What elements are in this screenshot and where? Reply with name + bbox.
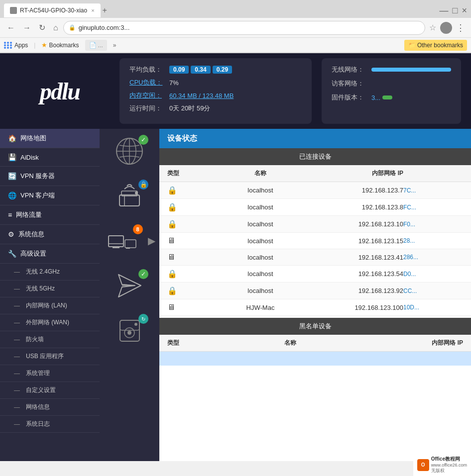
device-type-icon: 🔒: [167, 269, 197, 279]
table-row[interactable]: 🖥 localhost 192.168.123.41 286...: [159, 249, 471, 266]
sidebar-sub-firewall[interactable]: — 防火墙: [0, 331, 100, 348]
other-bookmarks-label: Other bookmarks: [417, 42, 463, 49]
firmware-bar: [382, 95, 392, 99]
sidebar-sub-syslog-label: 系统日志: [26, 420, 50, 428]
sidebar-sub-wireless-24[interactable]: — 无线 2.4GHz: [0, 264, 100, 281]
table-header: 类型 名称 内部网络 IP: [159, 165, 471, 182]
sidebar-item-advanced-label: 高级设置: [20, 249, 46, 258]
sidebar-item-advanced[interactable]: 🔧 高级设置: [0, 244, 100, 264]
traffic-icon: ≡: [8, 211, 12, 219]
device-ip: 192.168.123.54: [324, 270, 403, 278]
device-type-icon: 🔒: [167, 219, 197, 229]
sidebar-item-vpn-client[interactable]: 🌐 VPN 客户端: [0, 186, 100, 205]
bookmarks-folder[interactable]: ★ Bookmarks: [41, 41, 79, 49]
profile-icon[interactable]: [440, 22, 452, 34]
sidebar-sub-netinfo-label: 网络信息: [26, 403, 50, 411]
sidebar-item-aidisk[interactable]: 💾 AiDisk: [0, 148, 100, 167]
apps-grid-icon: [4, 42, 12, 49]
device-ip: 192.168.123.8: [324, 203, 403, 211]
active-tab[interactable]: RT-AC54U-GPIO-30-xiao ×: [4, 3, 101, 17]
vpn-server-icon: 🔄: [8, 172, 16, 180]
sidebar-sub-usb[interactable]: — USB 应用程序: [0, 348, 100, 365]
table-row[interactable]: 🔒 localhost 192.168.123.7 7C...: [159, 182, 471, 199]
apps-button[interactable]: Apps: [4, 42, 28, 49]
sidebar-item-network-map-label: 网络地图: [20, 134, 46, 143]
reload-button[interactable]: ↻: [36, 22, 48, 33]
sidebar-item-traffic[interactable]: ≡ 网络流量: [0, 205, 100, 225]
device-mac: 286...: [403, 254, 463, 261]
sidebar-item-vpn-server[interactable]: 🔄 VPN 服务器: [0, 167, 100, 186]
sidebar-item-vpn-client-label: VPN 客户端: [20, 191, 55, 200]
sidebar-item-aidisk-label: AiDisk: [20, 154, 39, 161]
table-row[interactable]: 🖥 HJW-Mac 192.168.123.100 10D...: [159, 299, 471, 316]
table-row[interactable]: 🖥 localhost 192.168.123.15 28...: [159, 233, 471, 249]
table-row[interactable]: 🔒 localhost 192.168.123.10 F0...: [159, 216, 471, 233]
device-status-panel: 设备状态 已连接设备 类型 名称 内部网络 IP 🔒 localhost 192…: [159, 129, 471, 461]
watermark-text-area: Office教程网 www.office26.com 无版权: [431, 456, 467, 461]
firmware-label: 固件版本：: [332, 93, 371, 102]
col-ip-header: 内部网络 IP: [324, 169, 403, 178]
sidebar-sub-custom[interactable]: — 自定义设置: [0, 382, 100, 399]
tab-close-button[interactable]: ×: [91, 7, 94, 13]
table-row[interactable]: 🔒 localhost 192.168.123.54 D0...: [159, 266, 471, 283]
sidebar-sub-wireless-5[interactable]: — 无线 5GHz: [0, 281, 100, 297]
sidebar-sub-netinfo[interactable]: — 网络信息: [0, 399, 100, 416]
more-bookmarks[interactable]: »: [113, 42, 117, 49]
sidebar-item-network-map[interactable]: 🏠 网络地图: [0, 129, 100, 148]
dash-icon: —: [14, 286, 20, 292]
address-input[interactable]: [79, 24, 420, 31]
sidebar-sub-wan[interactable]: — 外部网络 (WAN): [0, 314, 100, 331]
dash-icon: —: [14, 319, 20, 326]
bookmarks-bar: Apps | ★ Bookmarks 📄 ... » 📁 Other bookm…: [0, 38, 471, 53]
minimize-button[interactable]: —: [440, 5, 449, 16]
mem-value[interactable]: 60.34 MB / 123.48 MB: [169, 92, 234, 99]
dash-icon: —: [14, 421, 20, 428]
wireless-bar: [371, 68, 451, 72]
forward-button[interactable]: →: [20, 22, 34, 33]
device-type-icon: 🔒: [167, 186, 197, 195]
right-bookmarks: 📁 Other bookmarks: [404, 40, 467, 51]
sidebar-sub-sysadmin[interactable]: — 系统管理: [0, 365, 100, 382]
sidebar-item-sysinfo[interactable]: ⚙ 系统信息: [0, 225, 100, 244]
mem-label[interactable]: 内存空闲：: [129, 91, 169, 100]
device-mac: D0...: [403, 271, 463, 278]
svg-point-17: [127, 331, 131, 335]
bookmark-star-icon[interactable]: ☆: [427, 22, 438, 33]
blacklist-col-name: 名称: [197, 339, 383, 347]
bookmarks-label: Bookmarks: [49, 42, 79, 49]
device-name: localhost: [197, 287, 324, 294]
address-bar[interactable]: 🔒: [63, 21, 425, 35]
new-tab-button[interactable]: +: [103, 6, 107, 15]
dash-icon: —: [14, 336, 20, 343]
sidebar-sub-syslog[interactable]: — 系统日志: [0, 416, 100, 433]
maximize-button[interactable]: □: [453, 5, 458, 16]
device-mac: 10D...: [403, 304, 463, 311]
back-button[interactable]: ←: [4, 22, 18, 33]
table-row[interactable]: 🔒 localhost 192.168.123.8 FC...: [159, 199, 471, 216]
table-row[interactable]: 🔒 localhost 192.168.123.92 CC...: [159, 283, 471, 299]
svg-rect-9: [113, 247, 119, 248]
sidebar-sub-lan[interactable]: — 内部网络 (LAN): [0, 297, 100, 314]
device-mac: 7C...: [403, 187, 463, 194]
tab-title: RT-AC54U-GPIO-30-xiao: [20, 7, 87, 14]
top-stats-bar: pdlu 平均负载： 0.09 0.34 0.29 CPU负载： 7% 内存空闲…: [0, 53, 471, 129]
close-button[interactable]: ×: [462, 5, 467, 16]
separator: |: [34, 42, 35, 49]
home-button[interactable]: ⌂: [50, 22, 61, 33]
menu-icon[interactable]: ⋮: [454, 21, 467, 34]
wireless-label: 无线网络：: [332, 65, 371, 74]
device-name: localhost: [197, 203, 324, 211]
svg-point-6: [135, 191, 138, 194]
cpu-label[interactable]: CPU负载：: [129, 78, 169, 87]
nav-bar: ← → ↻ ⌂ 🔒 ☆ ⋮: [0, 18, 471, 38]
device-mac: FC...: [403, 204, 463, 211]
devices-icon-wrap: 8: [104, 223, 144, 258]
bookmark-item[interactable]: 📄 ...: [85, 40, 107, 51]
sysinfo-icon: ⚙: [8, 230, 14, 238]
device-type-icon: 🖥: [167, 236, 197, 245]
vpn-client-icon: 🌐: [8, 191, 16, 199]
guest-row: 访客网络：: [332, 79, 451, 88]
device-ip: 192.168.123.7: [324, 187, 403, 194]
dash-icon: —: [14, 404, 20, 411]
other-bookmarks-button[interactable]: 📁 Other bookmarks: [404, 40, 467, 51]
